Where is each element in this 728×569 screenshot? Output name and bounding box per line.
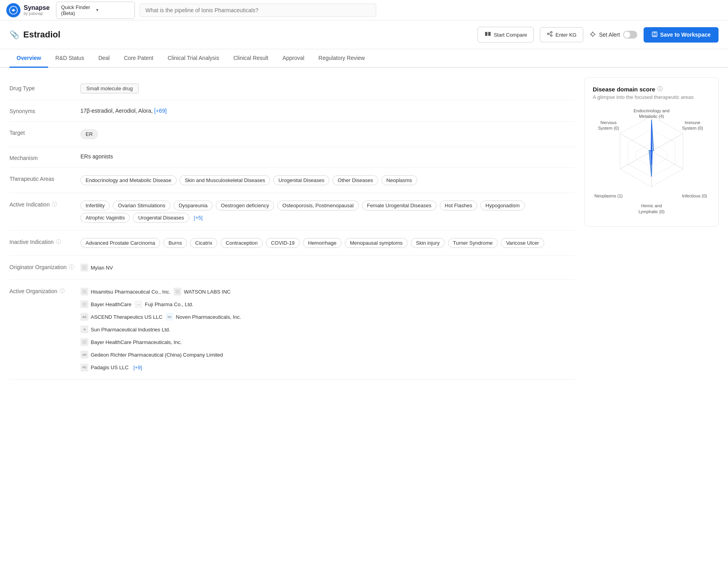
logo-icon xyxy=(6,3,21,17)
svg-line-7 xyxy=(549,33,551,33)
therapeutic-area-tag[interactable]: Skin and Musculoskeletal Diseases xyxy=(179,175,270,185)
svg-rect-2 xyxy=(485,32,487,36)
disease-domain-card: Disease domain score ⓘ A glimpse into th… xyxy=(584,77,719,227)
synonyms-more-link[interactable]: [+69] xyxy=(154,108,167,114)
therapeutic-areas-row: Therapeutic Areas Endocrinology and Meta… xyxy=(9,168,575,193)
logo-text: Synapse by patsnap xyxy=(24,4,50,16)
therapeutic-areas-label: Therapeutic Areas xyxy=(9,174,80,182)
active-org-info-icon[interactable]: ⓘ xyxy=(60,288,65,295)
therapeutic-areas-value: Endocrinology and Metabolic Disease Skin… xyxy=(80,174,575,186)
tab-regulatory-review[interactable]: Regulatory Review xyxy=(312,49,372,68)
originator-org-info-icon[interactable]: ⓘ xyxy=(69,264,74,271)
drug-header: 📎 Estradiol Start Compare Enter KG Set A… xyxy=(0,20,728,49)
quick-finder-button[interactable]: Quick Finder (Beta) ▼ xyxy=(56,2,135,19)
org-logo xyxy=(174,288,181,296)
indication-tag[interactable]: Female Urogenital Diseases xyxy=(362,201,437,210)
indication-tag[interactable]: Infertility xyxy=(80,201,110,210)
inactive-indication-info-icon[interactable]: ⓘ xyxy=(56,238,61,245)
tab-approval[interactable]: Approval xyxy=(275,49,311,68)
inactive-tag[interactable]: Contraception xyxy=(220,238,263,248)
synonyms-row: Synonyms 17β-estradiol, Aerodiol, Alora,… xyxy=(9,100,575,122)
active-indication-info-icon[interactable]: ⓘ xyxy=(52,201,57,208)
active-org-item[interactable]: Bayer HealthCare Pharmaceuticals, Inc. xyxy=(80,338,182,346)
org-logo xyxy=(80,300,88,308)
active-org-item[interactable]: Bayer HealthCare xyxy=(80,300,131,308)
save-to-workspace-button[interactable]: Save to Workspace xyxy=(644,27,719,43)
originator-org-value: Mylan NV xyxy=(80,262,575,273)
synonyms-label: Synonyms xyxy=(9,106,80,114)
active-org-item[interactable]: ☀ Sun Pharmaceutical Industries Ltd. xyxy=(80,325,170,333)
therapeutic-area-tag[interactable]: Endocrinology and Metabolic Disease xyxy=(80,175,177,185)
org-logo: NV xyxy=(166,313,174,321)
tab-deal[interactable]: Deal xyxy=(91,49,117,68)
target-tag: ER xyxy=(80,129,98,139)
svg-point-6 xyxy=(551,35,552,36)
inactive-tag[interactable]: Skin injury xyxy=(411,238,445,248)
left-panel: Drug Type Small molecule drug Synonyms 1… xyxy=(9,77,575,380)
enter-kg-button[interactable]: Enter KG xyxy=(540,27,583,42)
active-org-item[interactable]: WATSON LABS INC xyxy=(174,288,230,296)
org-logo xyxy=(80,338,88,346)
active-indication-more-link[interactable]: [+5] xyxy=(192,213,204,222)
originator-org-item[interactable]: Mylan NV xyxy=(80,264,113,271)
therapeutic-area-tag[interactable]: Neoplasms xyxy=(381,175,417,185)
alert-icon xyxy=(590,31,596,39)
svg-point-4 xyxy=(547,33,549,35)
start-compare-button[interactable]: Start Compare xyxy=(478,27,534,43)
svg-rect-16 xyxy=(82,302,86,306)
tab-overview[interactable]: Overview xyxy=(9,49,48,68)
drug-name: Estradiol xyxy=(23,30,478,40)
indication-tag[interactable]: Ovarian Stimulations xyxy=(113,201,170,210)
disease-domain-info-icon[interactable]: ⓘ xyxy=(657,86,663,93)
tab-clinical-trial-analysis[interactable]: Clinical Trial Analysis xyxy=(161,49,226,68)
org-logo: PD xyxy=(80,364,88,372)
svg-point-1 xyxy=(13,9,15,11)
svg-rect-17 xyxy=(82,340,86,344)
active-indication-row: Active Indication ⓘ Infertility Ovarian … xyxy=(9,193,575,231)
set-alert-container: Set Alert xyxy=(590,31,637,39)
tab-rd-status[interactable]: R&D Status xyxy=(48,49,91,68)
indication-tag[interactable]: Atrophic Vaginitis xyxy=(80,213,130,223)
synonyms-value: 17β-estradiol, Aerodiol, Alora, [+69] xyxy=(80,106,575,115)
svg-rect-12 xyxy=(653,35,656,36)
org-logo: — xyxy=(134,300,142,308)
indication-tag[interactable]: Osteoporosis, Postmenopausal xyxy=(277,201,359,210)
inactive-tag[interactable]: Advanced Prostate Carcinoma xyxy=(80,238,160,248)
therapeutic-area-tag[interactable]: Urogenital Diseases xyxy=(273,175,329,185)
active-org-item[interactable]: — Fuji Pharma Co., Ltd. xyxy=(134,300,193,308)
active-org-more-link[interactable]: [+9] xyxy=(132,363,144,372)
active-org-item[interactable]: NV Noven Pharmaceuticals, Inc. xyxy=(166,313,241,321)
inactive-tag[interactable]: Hemorrhage xyxy=(303,238,342,248)
inactive-tag[interactable]: Cicatrix xyxy=(190,238,217,248)
indication-tag[interactable]: Oestrogen deficiency xyxy=(216,201,274,210)
inactive-tag[interactable]: Varicose Ulcer xyxy=(501,238,544,248)
active-org-item[interactable]: Hisamitsu Pharmaceutical Co., Inc. xyxy=(80,288,170,296)
svg-rect-11 xyxy=(653,32,656,34)
svg-point-9 xyxy=(591,33,594,36)
active-org-item[interactable]: AS ASCEND Therapeutics US LLC xyxy=(80,313,162,321)
drug-icon: 📎 xyxy=(9,30,19,39)
therapeutic-area-tag[interactable]: Other Diseases xyxy=(332,175,378,185)
svg-line-27 xyxy=(620,134,651,151)
inactive-tag[interactable]: Burns xyxy=(163,238,187,248)
right-panel: Disease domain score ⓘ A glimpse into th… xyxy=(584,77,719,380)
active-org-item[interactable]: GR Gedeon Richter Pharmaceutical (China)… xyxy=(80,351,223,359)
indication-tag[interactable]: Hot Flashes xyxy=(440,201,477,210)
disease-domain-subtitle: A glimpse into the focused therapeutic a… xyxy=(593,94,710,100)
inactive-tag[interactable]: Turner Syndrome xyxy=(448,238,498,248)
indication-tag[interactable]: Hypogonadism xyxy=(480,201,525,210)
active-org-item[interactable]: PD Padagis US LLC xyxy=(80,364,129,372)
inactive-tag[interactable]: COVID-19 xyxy=(266,238,300,248)
main-content: Drug Type Small molecule drug Synonyms 1… xyxy=(0,68,728,389)
set-alert-toggle[interactable] xyxy=(623,31,637,39)
logo-area: Synapse by patsnap xyxy=(6,3,50,17)
mechanism-value: ERs agonists xyxy=(80,153,575,160)
search-input[interactable] xyxy=(140,4,376,17)
header-actions: Start Compare Enter KG Set Alert Save to… xyxy=(478,27,719,43)
tab-clinical-result[interactable]: Clinical Result xyxy=(226,49,276,68)
inactive-tag[interactable]: Menopausal symptoms xyxy=(345,238,408,248)
indication-tag[interactable]: Dyspareunia xyxy=(174,201,213,210)
indication-tag[interactable]: Urogenital Diseases xyxy=(133,213,189,223)
svg-line-23 xyxy=(651,134,683,151)
tab-core-patent[interactable]: Core Patent xyxy=(117,49,161,68)
